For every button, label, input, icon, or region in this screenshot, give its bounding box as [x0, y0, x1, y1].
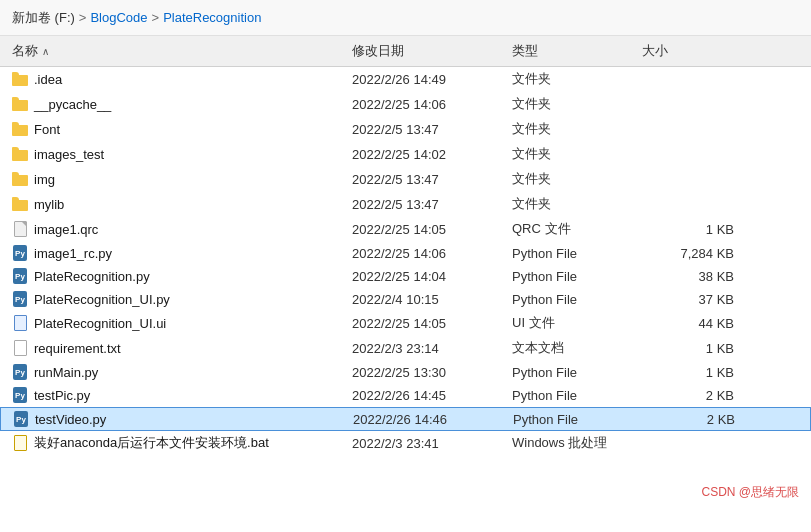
- file-type: Python File: [512, 292, 642, 307]
- python-icon: Py: [12, 291, 28, 307]
- file-date: 2022/2/3 23:41: [352, 436, 512, 451]
- table-row[interactable]: Font 2022/2/5 13:47 文件夹: [0, 117, 811, 142]
- file-name: img: [34, 172, 55, 187]
- file-date: 2022/2/26 14:45: [352, 388, 512, 403]
- table-row[interactable]: 装好anaconda后运行本文件安装环境.bat 2022/2/3 23:41 …: [0, 431, 811, 456]
- sort-arrow-name: ∧: [42, 46, 49, 57]
- file-name: testVideo.py: [35, 412, 106, 427]
- file-name-cell: images_test: [12, 146, 352, 162]
- table-row[interactable]: Py PlateRecognition_UI.py 2022/2/4 10:15…: [0, 288, 811, 311]
- file-list: .idea 2022/2/26 14:49 文件夹 __pycache__ 20…: [0, 67, 811, 509]
- file-name: 装好anaconda后运行本文件安装环境.bat: [34, 434, 269, 452]
- file-name-cell: 装好anaconda后运行本文件安装环境.bat: [12, 434, 352, 452]
- table-row[interactable]: Py PlateRecognition.py 2022/2/25 14:04 P…: [0, 265, 811, 288]
- file-name-cell: img: [12, 171, 352, 187]
- file-name-cell: Font: [12, 121, 352, 137]
- file-name-cell: Py testPic.py: [12, 387, 352, 403]
- breadcrumb-sep1: >: [79, 10, 87, 25]
- table-row[interactable]: Py runMain.py 2022/2/25 13:30 Python Fil…: [0, 361, 811, 384]
- file-size: 37 KB: [642, 292, 742, 307]
- folder-icon: [12, 146, 28, 162]
- python-icon: Py: [12, 245, 28, 261]
- table-row[interactable]: Py image1_rc.py 2022/2/25 14:06 Python F…: [0, 242, 811, 265]
- file-name: images_test: [34, 147, 104, 162]
- col-header-date[interactable]: 修改日期: [352, 42, 512, 60]
- file-type: UI 文件: [512, 314, 642, 332]
- file-type: 文件夹: [512, 145, 642, 163]
- file-type: 文件夹: [512, 120, 642, 138]
- file-name: requirement.txt: [34, 341, 121, 356]
- file-size: 2 KB: [643, 412, 743, 427]
- file-date: 2022/2/25 14:05: [352, 222, 512, 237]
- file-name-cell: Py testVideo.py: [13, 411, 353, 427]
- table-row[interactable]: requirement.txt 2022/2/3 23:14 文本文档 1 KB: [0, 336, 811, 361]
- breadcrumb-sep2: >: [152, 10, 160, 25]
- file-icon: [12, 221, 28, 237]
- file-explorer: 新加卷 (F:) > BlogCode > PlateRecognition 名…: [0, 0, 811, 509]
- file-name: image1_rc.py: [34, 246, 112, 261]
- table-row[interactable]: image1.qrc 2022/2/25 14:05 QRC 文件 1 KB: [0, 217, 811, 242]
- file-type: QRC 文件: [512, 220, 642, 238]
- breadcrumb-part2[interactable]: PlateRecognition: [163, 10, 261, 25]
- python-icon: Py: [12, 268, 28, 284]
- file-name-cell: Py runMain.py: [12, 364, 352, 380]
- file-date: 2022/2/5 13:47: [352, 197, 512, 212]
- file-name: Font: [34, 122, 60, 137]
- folder-icon: [12, 71, 28, 87]
- file-date: 2022/2/5 13:47: [352, 172, 512, 187]
- file-type: 文件夹: [512, 170, 642, 188]
- file-type: Python File: [513, 412, 643, 427]
- file-name: runMain.py: [34, 365, 98, 380]
- file-name: image1.qrc: [34, 222, 98, 237]
- file-name: __pycache__: [34, 97, 111, 112]
- file-name-cell: mylib: [12, 196, 352, 212]
- file-name-cell: __pycache__: [12, 96, 352, 112]
- file-size: 1 KB: [642, 222, 742, 237]
- table-row[interactable]: Py testVideo.py 2022/2/26 14:46 Python F…: [0, 407, 811, 431]
- watermark: CSDN @思绪无限: [701, 484, 799, 501]
- breadcrumb-bar: 新加卷 (F:) > BlogCode > PlateRecognition: [0, 0, 811, 36]
- python-icon: Py: [12, 364, 28, 380]
- table-row[interactable]: Py testPic.py 2022/2/26 14:45 Python Fil…: [0, 384, 811, 407]
- table-row[interactable]: PlateRecognition_UI.ui 2022/2/25 14:05 U…: [0, 311, 811, 336]
- file-name-cell: .idea: [12, 71, 352, 87]
- file-name: mylib: [34, 197, 64, 212]
- file-size: 7,284 KB: [642, 246, 742, 261]
- file-name-cell: requirement.txt: [12, 340, 352, 356]
- file-date: 2022/2/25 14:05: [352, 316, 512, 331]
- file-date: 2022/2/25 14:04: [352, 269, 512, 284]
- file-name-cell: Py PlateRecognition.py: [12, 268, 352, 284]
- file-date: 2022/2/5 13:47: [352, 122, 512, 137]
- table-row[interactable]: __pycache__ 2022/2/25 14:06 文件夹: [0, 92, 811, 117]
- file-name: PlateRecognition_UI.ui: [34, 316, 166, 331]
- folder-icon: [12, 96, 28, 112]
- col-header-size[interactable]: 大小: [642, 42, 742, 60]
- file-type: 文件夹: [512, 95, 642, 113]
- table-header: 名称 ∧ 修改日期 类型 大小: [0, 36, 811, 67]
- table-row[interactable]: mylib 2022/2/5 13:47 文件夹: [0, 192, 811, 217]
- file-type: 文件夹: [512, 195, 642, 213]
- file-date: 2022/2/25 14:06: [352, 246, 512, 261]
- file-name: PlateRecognition_UI.py: [34, 292, 170, 307]
- col-header-name[interactable]: 名称 ∧: [12, 42, 352, 60]
- file-name: PlateRecognition.py: [34, 269, 150, 284]
- folder-icon: [12, 196, 28, 212]
- file-type: Python File: [512, 269, 642, 284]
- python-icon: Py: [13, 411, 29, 427]
- table-row[interactable]: img 2022/2/5 13:47 文件夹: [0, 167, 811, 192]
- file-size: 2 KB: [642, 388, 742, 403]
- table-row[interactable]: .idea 2022/2/26 14:49 文件夹: [0, 67, 811, 92]
- file-name-cell: Py image1_rc.py: [12, 245, 352, 261]
- file-date: 2022/2/25 14:06: [352, 97, 512, 112]
- col-header-type[interactable]: 类型: [512, 42, 642, 60]
- file-type: Python File: [512, 246, 642, 261]
- file-date: 2022/2/25 14:02: [352, 147, 512, 162]
- file-type: 文本文档: [512, 339, 642, 357]
- file-type: 文件夹: [512, 70, 642, 88]
- file-type: Python File: [512, 388, 642, 403]
- breadcrumb-part1[interactable]: BlogCode: [90, 10, 147, 25]
- file-name-cell: image1.qrc: [12, 221, 352, 237]
- table-row[interactable]: images_test 2022/2/25 14:02 文件夹: [0, 142, 811, 167]
- breadcrumb-prefix[interactable]: 新加卷 (F:): [12, 9, 75, 27]
- python-icon: Py: [12, 387, 28, 403]
